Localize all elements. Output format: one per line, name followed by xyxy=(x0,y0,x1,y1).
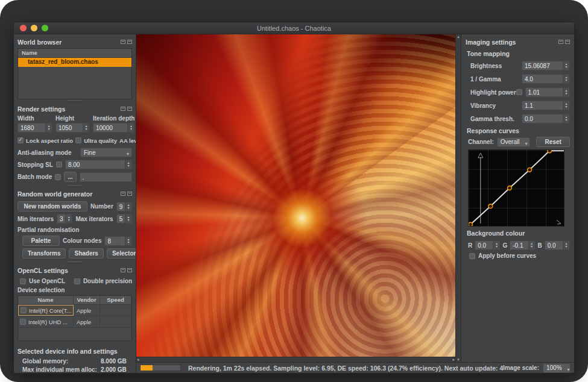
device-checkbox[interactable] xyxy=(20,319,26,325)
spinner-arrows[interactable] xyxy=(563,241,569,249)
batch-mode-checkbox[interactable] xyxy=(55,174,61,180)
palette-button[interactable]: Palette xyxy=(22,236,60,246)
image-scale-dropdown[interactable]: 100% xyxy=(543,363,571,373)
highlight-power-checkbox[interactable] xyxy=(516,89,522,95)
fractal-image[interactable] xyxy=(136,34,455,357)
aa-mode-dropdown[interactable]: Fine xyxy=(80,148,132,157)
stopping-sl-value[interactable]: 8.00 xyxy=(66,160,125,169)
apply-before-curves-checkbox[interactable] xyxy=(469,253,475,259)
stopping-sl-checkbox[interactable] xyxy=(56,161,62,168)
spinner-arrows[interactable] xyxy=(528,241,535,249)
device-col-speed[interactable]: Speed xyxy=(100,296,131,304)
spinner-arrows[interactable] xyxy=(493,241,499,249)
highlight-power-input[interactable]: 1.01 xyxy=(525,87,570,97)
spinner-arrows[interactable] xyxy=(563,61,569,70)
splitter-handle[interactable] xyxy=(17,184,132,187)
batch-path-input[interactable]: . xyxy=(80,172,132,182)
close-icon[interactable] xyxy=(127,268,132,272)
width-input[interactable]: 1680 xyxy=(17,123,52,133)
close-icon[interactable] xyxy=(565,40,570,44)
spinner-arrows[interactable] xyxy=(127,124,134,132)
new-random-worlds-button[interactable]: New random worlds xyxy=(17,201,87,211)
max-iterators-value[interactable]: 5 xyxy=(117,214,125,223)
number-input[interactable]: 9 xyxy=(116,202,132,211)
scroll-up-icon[interactable]: ▴ xyxy=(457,34,460,39)
close-icon[interactable] xyxy=(127,107,132,111)
spinner-arrows[interactable] xyxy=(83,124,89,132)
float-icon[interactable] xyxy=(121,107,125,111)
vertical-scrollbar[interactable]: ▴ ▾ xyxy=(455,34,461,362)
device-checkbox[interactable] xyxy=(21,307,27,313)
device-row[interactable]: Intel(R) UHD ... Apple xyxy=(18,316,131,328)
use-opencl-checkbox[interactable] xyxy=(20,278,26,284)
height-input[interactable]: 1050 xyxy=(55,123,90,133)
brightness-value[interactable]: 15.06087 xyxy=(522,61,563,70)
float-icon[interactable] xyxy=(121,268,125,272)
spinner-arrows[interactable] xyxy=(563,88,569,96)
batch-path-value[interactable]: . xyxy=(80,173,131,181)
highlight-power-value[interactable]: 1.01 xyxy=(526,88,563,96)
blue-input[interactable]: 0.0 xyxy=(545,240,570,250)
curve-control-point[interactable] xyxy=(469,222,473,226)
close-icon[interactable] xyxy=(127,40,132,44)
world-list-name-header[interactable]: Name xyxy=(18,49,131,58)
stopping-sl-input[interactable]: 8.00 xyxy=(65,160,132,169)
float-icon[interactable] xyxy=(121,192,125,196)
transforms-button[interactable]: Transforms xyxy=(22,248,66,258)
world-list-selected-row[interactable]: tatasz_red_bloom.chaos xyxy=(18,58,131,67)
number-value[interactable]: 9 xyxy=(117,202,125,211)
gamma-input[interactable]: 4.0 xyxy=(522,74,570,84)
splitter-handle[interactable] xyxy=(17,99,132,102)
double-precision-checkbox[interactable] xyxy=(74,278,80,284)
iteration-depth-value[interactable]: 10000 xyxy=(93,124,127,132)
device-col-vendor[interactable]: Vendor xyxy=(74,296,100,304)
browse-button[interactable]: ... xyxy=(64,172,76,182)
green-input[interactable]: -0.1 xyxy=(510,240,535,250)
shaders-button[interactable]: Shaders xyxy=(69,248,103,258)
scroll-down-icon[interactable]: ▾ xyxy=(457,357,460,362)
min-iterators-input[interactable]: 3 xyxy=(57,214,72,224)
iteration-depth-input[interactable]: 10000 xyxy=(93,123,134,133)
channel-dropdown[interactable]: Overall xyxy=(497,137,531,147)
world-list[interactable]: Name tatasz_red_bloom.chaos xyxy=(17,48,132,99)
spinner-arrows[interactable] xyxy=(125,202,131,211)
max-iterators-input[interactable]: 5 xyxy=(116,214,132,224)
float-icon[interactable] xyxy=(121,40,125,44)
spinner-arrows[interactable] xyxy=(563,114,569,123)
brightness-input[interactable]: 15.06087 xyxy=(522,61,570,70)
spinner-arrows[interactable] xyxy=(125,237,131,245)
gamma-thresh-input[interactable]: 0.0 xyxy=(522,114,570,124)
red-value[interactable]: 0.0 xyxy=(475,241,493,249)
render-view[interactable] xyxy=(136,34,455,357)
blue-value[interactable]: 0.0 xyxy=(545,241,563,249)
device-col-name[interactable]: Name xyxy=(18,296,74,304)
selectors-button[interactable]: Selectors xyxy=(107,248,136,258)
device-row[interactable]: Intel(R) Core(T... Apple xyxy=(18,305,131,316)
colour-nodes-value[interactable]: 8 xyxy=(105,237,125,245)
curve-control-point[interactable] xyxy=(508,186,512,190)
height-value[interactable]: 1050 xyxy=(56,124,83,132)
spinner-arrows[interactable] xyxy=(65,214,72,223)
title-bar[interactable]: Untitled.chaos - Chaotica xyxy=(14,22,574,34)
curve-control-point[interactable] xyxy=(528,168,532,172)
green-value[interactable]: -0.1 xyxy=(510,241,528,249)
gamma-value[interactable]: 4.0 xyxy=(522,75,563,83)
width-value[interactable]: 1680 xyxy=(18,124,45,132)
spinner-arrows[interactable] xyxy=(125,160,131,169)
ultra-quality-checkbox[interactable] xyxy=(75,137,81,143)
spinner-arrows[interactable] xyxy=(563,75,569,83)
reset-curves-button[interactable]: Reset xyxy=(536,137,570,147)
vibrancy-input[interactable]: 1.1 xyxy=(522,101,570,110)
vibrancy-value[interactable]: 1.1 xyxy=(522,101,563,110)
red-input[interactable]: 0.0 xyxy=(475,240,500,250)
spinner-arrows[interactable] xyxy=(125,214,131,223)
colour-nodes-input[interactable]: 8 xyxy=(104,236,132,246)
float-icon[interactable] xyxy=(558,40,563,44)
min-iterators-value[interactable]: 3 xyxy=(57,214,65,223)
response-curve-editor[interactable] xyxy=(468,149,564,227)
spinner-arrows[interactable] xyxy=(45,124,52,132)
close-icon[interactable] xyxy=(127,192,132,196)
horizontal-scrollbar[interactable]: ◂ ▸ xyxy=(136,357,455,362)
splitter-handle[interactable] xyxy=(17,261,132,264)
scroll-left-icon[interactable]: ◂ xyxy=(136,357,140,362)
